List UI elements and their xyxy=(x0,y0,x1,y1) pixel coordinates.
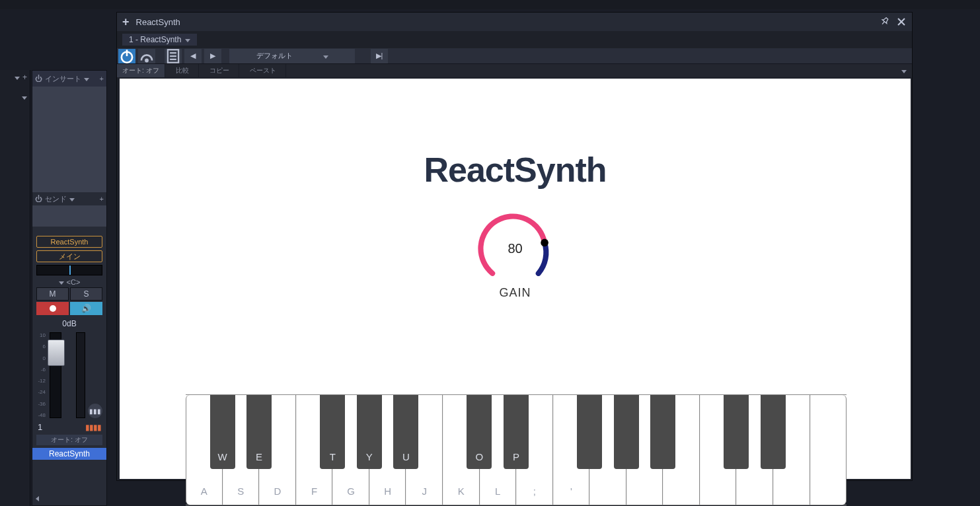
tab-label: 1 - ReactSynth xyxy=(129,35,181,44)
black-key[interactable]: T xyxy=(320,395,345,469)
collapse-chevron-icon[interactable] xyxy=(36,494,39,503)
black-key[interactable]: Y xyxy=(357,395,382,469)
black-key[interactable] xyxy=(614,395,639,469)
track-name[interactable]: ReactSynth xyxy=(32,448,106,460)
power-button[interactable] xyxy=(118,49,135,63)
black-key-label: O xyxy=(467,451,492,462)
pan-label-row: <C> xyxy=(32,278,106,286)
plugin-tab[interactable]: 1 - ReactSynth xyxy=(122,34,197,46)
chevron-down-icon[interactable] xyxy=(84,75,89,83)
pin-icon[interactable] xyxy=(880,17,889,28)
plugin-slot[interactable]: ReactSynth xyxy=(36,236,102,248)
prev-preset-button[interactable]: ◀ xyxy=(184,49,202,63)
left-rail: + xyxy=(0,70,30,506)
send-label: センド xyxy=(45,194,67,204)
send-header: ⏻ センド + xyxy=(32,192,106,205)
insert-label: インサート xyxy=(45,74,81,84)
level-meter xyxy=(76,332,85,418)
gain-value: 80 xyxy=(477,241,554,256)
fader-area: 1060-6-12-24-36-48 ▮▮▮ xyxy=(36,332,102,418)
copy-button[interactable]: コピー xyxy=(200,64,239,77)
chevron-down-icon[interactable] xyxy=(15,73,20,82)
white-key-label: S xyxy=(223,486,259,497)
black-key[interactable]: W xyxy=(210,395,235,469)
skip-button[interactable]: ▶| xyxy=(371,49,388,63)
synth-title: ReactSynth xyxy=(120,150,911,190)
add-plugin-icon[interactable]: + xyxy=(122,15,130,29)
insert-slots[interactable] xyxy=(32,87,106,192)
white-key-label: H xyxy=(370,486,406,497)
plugin-content: ReactSynth 80 GAIN ASDFGHJKL;' WETYUOP xyxy=(120,79,911,479)
plugin-title: ReactSynth xyxy=(136,17,180,27)
speaker-icon: 🔊 xyxy=(81,304,91,313)
output-slot[interactable]: メイン xyxy=(36,250,102,262)
white-key-label: K xyxy=(443,486,479,497)
insert-header: ⏻ インサート + xyxy=(32,71,106,87)
pan-control[interactable] xyxy=(36,265,102,275)
plugin-window: + ReactSynth 1 - ReactSynth ◀ ▶ デフォルト ▶|… xyxy=(116,12,913,481)
chevron-down-icon[interactable] xyxy=(22,92,27,102)
black-key-label: E xyxy=(246,451,272,462)
next-preset-button[interactable]: ▶ xyxy=(204,49,221,63)
automation-mode[interactable]: オート: オフ xyxy=(36,435,102,445)
black-key[interactable] xyxy=(650,395,675,469)
plugin-toolbar: ◀ ▶ デフォルト ▶| xyxy=(117,48,912,64)
power-icon[interactable]: ⏻ xyxy=(35,75,42,83)
white-key-label: ; xyxy=(517,486,552,497)
white-key-label: F xyxy=(297,486,332,497)
black-key-label: Y xyxy=(357,451,382,462)
white-key-label: G xyxy=(333,486,369,497)
keyboard: ASDFGHJKL;' WETYUOP xyxy=(186,394,847,505)
mute-button[interactable]: M xyxy=(36,287,69,301)
solo-button[interactable]: S xyxy=(70,287,102,301)
fader-scale: 1060-6-12-24-36-48 xyxy=(36,332,46,418)
record-arm-button[interactable] xyxy=(36,302,69,315)
meter-mode-icon[interactable]: ▮▮▮ xyxy=(88,404,102,418)
svg-point-3 xyxy=(145,59,147,61)
paste-button[interactable]: ペースト xyxy=(241,64,286,77)
white-key[interactable] xyxy=(810,395,847,505)
preset-selector[interactable]: デフォルト xyxy=(229,49,355,63)
black-key[interactable]: E xyxy=(246,395,272,469)
chevron-down-icon xyxy=(323,52,328,60)
chevron-down-icon[interactable] xyxy=(59,278,64,286)
black-key-label: U xyxy=(393,451,418,462)
add-send-icon[interactable]: + xyxy=(100,195,104,203)
black-key[interactable] xyxy=(761,395,786,469)
timeline-strip xyxy=(0,0,980,9)
black-key-label: W xyxy=(210,451,235,462)
black-key[interactable] xyxy=(724,395,749,469)
fader-cap[interactable] xyxy=(48,340,65,366)
fader-track[interactable] xyxy=(50,332,61,418)
plugin-subbar: オート: オフ 比較 コピー ペースト xyxy=(117,64,912,77)
black-key-label: T xyxy=(320,451,345,462)
add-icon[interactable]: + xyxy=(22,73,27,82)
white-key-label: L xyxy=(480,486,516,497)
chevron-down-icon[interactable] xyxy=(901,67,907,75)
midi-icon[interactable]: ▮▮▮▮ xyxy=(85,423,101,432)
chevron-down-icon[interactable] xyxy=(185,35,190,44)
svg-line-0 xyxy=(882,21,884,24)
monitor-button[interactable]: 🔊 xyxy=(70,302,102,315)
track-number: 1 xyxy=(38,422,42,432)
white-key-label: D xyxy=(260,486,295,497)
add-insert-icon[interactable]: + xyxy=(100,75,104,83)
db-readout: 0dB xyxy=(32,319,106,328)
gain-knob[interactable]: 80 xyxy=(477,212,554,282)
send-slots[interactable] xyxy=(32,205,106,227)
chevron-down-icon[interactable] xyxy=(69,195,75,203)
compare-button[interactable]: 比較 xyxy=(167,64,199,77)
close-icon[interactable] xyxy=(896,17,907,27)
auto-mode[interactable]: オート: オフ xyxy=(117,64,165,77)
preset-name: デフォルト xyxy=(256,51,293,61)
black-key[interactable] xyxy=(577,395,602,469)
black-key[interactable]: O xyxy=(467,395,492,469)
preset-list-button[interactable] xyxy=(165,49,182,63)
ab-button[interactable] xyxy=(138,49,155,63)
black-key[interactable]: U xyxy=(393,395,418,469)
black-key[interactable]: P xyxy=(504,395,529,469)
white-key-label: A xyxy=(186,486,222,497)
plugin-titlebar[interactable]: + ReactSynth xyxy=(117,13,912,31)
record-icon xyxy=(50,305,56,312)
power-icon[interactable]: ⏻ xyxy=(35,195,42,203)
